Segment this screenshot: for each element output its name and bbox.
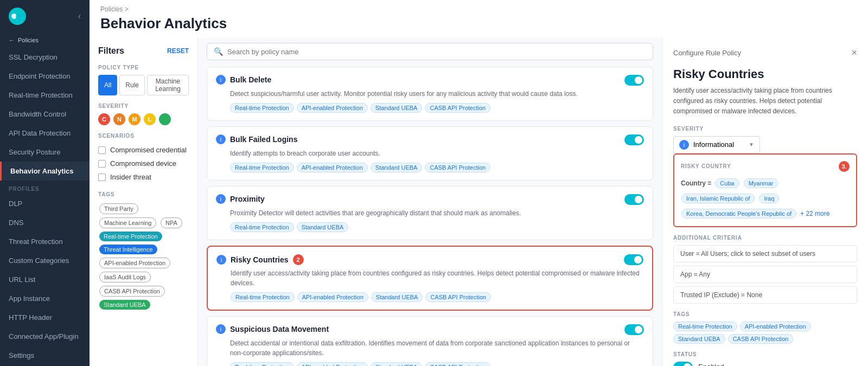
info-icon: i	[216, 134, 226, 144]
severity-section-label: SEVERITY	[673, 126, 857, 132]
status-row: Enabled	[673, 362, 857, 366]
tag-threat-intel[interactable]: Threat Intelligence	[99, 245, 157, 254]
sidebar-item-connected[interactable]: Connected App/Plugin	[0, 327, 90, 346]
all-policy-btn[interactable]: All	[98, 75, 117, 95]
country-cuba: Cuba	[715, 178, 739, 188]
country-row: Country = Cuba Myanmar Iran, Islamic Rep…	[681, 177, 850, 220]
criteria-app[interactable]: App = Any	[673, 266, 857, 283]
panel-tag-1: API-enabled Protection	[740, 322, 811, 331]
severity-dots: C N M L	[98, 113, 189, 125]
ptag-3: CASB API Protection	[425, 292, 491, 302]
policy-name: Proximity	[230, 195, 265, 203]
policy-card-proximity: i Proximity Proximity Detector will dete…	[207, 186, 653, 240]
content-area: Filters RESET POLICY TYPE All Rule Machi…	[90, 37, 868, 366]
policy-card-suspicious: i Suspicious Data Movement Detect accide…	[207, 316, 653, 366]
sidebar-item-ssl[interactable]: SSL Decryption	[0, 48, 90, 67]
criteria-trusted-ip[interactable]: Trusted IP (Exclude) = None	[673, 286, 857, 304]
ptag-1: API-enabled Protection	[297, 292, 368, 302]
severity-critical-dot[interactable]: C	[98, 113, 110, 125]
sidebar-item-http[interactable]: HTTP Header	[0, 308, 90, 327]
ptag-1: API-enabled Protection	[297, 163, 368, 172]
policy-name-row: i Suspicious Data Movement	[216, 324, 329, 334]
scenario-insider[interactable]: Insider threat	[98, 170, 189, 184]
severity-negative-dot[interactable]: N	[113, 113, 125, 125]
severity-low-dot[interactable]: L	[144, 113, 156, 125]
sidebar-item-bandwidth[interactable]: Bandwidth Control	[0, 105, 90, 124]
sidebar-item-dns[interactable]: DNS	[0, 213, 90, 232]
policy-toggle[interactable]	[624, 75, 644, 86]
country-korea: Korea, Democratic People's Republic of	[681, 209, 796, 219]
policy-card-bulk-delete: i Bulk Delete Detect suspicious/harmful …	[207, 67, 653, 121]
rule-policy-btn[interactable]: Rule	[119, 75, 145, 95]
ptag-3: CASB API Protection	[425, 362, 490, 366]
policy-toggle[interactable]	[624, 324, 644, 335]
panel-configure-label: Configure Rule Policy	[673, 49, 741, 57]
status-toggle[interactable]	[673, 362, 693, 366]
ptag-1: API-enabled Protection	[297, 103, 368, 113]
sidebar-item-custom[interactable]: Custom Categories	[0, 251, 90, 270]
policy-description: Identify user access/activity taking pla…	[231, 268, 643, 288]
ml-policy-btn[interactable]: Machine Learning	[147, 75, 189, 95]
policy-name-row: i Proximity	[216, 194, 265, 204]
search-bar[interactable]: 🔍	[207, 43, 653, 60]
sidebar: ‹ ← Policies SSL Decryption Endpoint Pro…	[0, 0, 90, 366]
sidebar-item-api[interactable]: API Data Protection	[0, 124, 90, 143]
info-icon: i	[216, 255, 226, 265]
policy-name-row: i Bulk Failed Logins	[216, 134, 297, 144]
ptag-0: Real-time Protection	[231, 292, 295, 302]
sidebar-item-behavior[interactable]: Behavior Analytics	[0, 162, 90, 181]
panel-header: Configure Rule Policy ×	[673, 47, 857, 59]
search-input[interactable]	[227, 48, 646, 56]
checkbox-compromised-cred[interactable]	[98, 146, 106, 154]
tag-casb[interactable]: CASB API Protection	[99, 286, 165, 297]
reset-button[interactable]: RESET	[167, 47, 189, 55]
severity-medium-dot[interactable]: M	[129, 113, 141, 125]
scenarios-label: SCENARIOS	[98, 133, 189, 139]
sidebar-item-url[interactable]: URL List	[0, 270, 90, 289]
sidebar-item-security[interactable]: Security Posture	[0, 143, 90, 162]
tag-api-enabled[interactable]: API-enabled Protection	[99, 258, 170, 268]
back-to-policies-button[interactable]: ← Policies	[0, 33, 90, 48]
severity-filter-label: SEVERITY	[98, 103, 189, 109]
sidebar-item-settings[interactable]: Settings	[0, 346, 90, 365]
tag-third-party[interactable]: Third Party	[99, 203, 138, 214]
scenario-compromised-cred[interactable]: Compromised credential	[98, 143, 189, 157]
tag-standard-ueba[interactable]: Standard UEBA	[99, 300, 150, 310]
panel-main-title: Risky Countries	[673, 67, 857, 81]
close-panel-button[interactable]: ×	[851, 47, 857, 59]
severity-good-dot[interactable]	[159, 113, 171, 125]
tag-realtime[interactable]: Real-time Protection	[99, 232, 162, 241]
search-icon: 🔍	[214, 47, 223, 56]
ptag-1: API-enabled Protection	[297, 362, 368, 366]
tag-npa[interactable]: NPA	[161, 217, 182, 228]
severity-dropdown[interactable]: i Informational ▼	[673, 136, 760, 153]
step2-badge: 2	[293, 254, 304, 265]
sidebar-item-realtime[interactable]: Real-time Protection	[0, 86, 90, 105]
policy-toggle[interactable]	[624, 254, 643, 265]
more-countries-link[interactable]: + 22 more	[800, 210, 829, 217]
scenario-compromised-dev[interactable]: Compromised device	[98, 157, 189, 170]
country-myanmar: Myanmar	[744, 178, 778, 188]
policy-toggle[interactable]	[624, 134, 644, 145]
tag-iaas[interactable]: IaaS Audit Logs	[99, 272, 151, 282]
collapse-sidebar-button[interactable]: ‹	[78, 11, 81, 21]
sidebar-item-dlp[interactable]: DLP	[0, 194, 90, 213]
checkbox-compromised-dev[interactable]	[98, 160, 106, 168]
policy-header: i Proximity	[216, 194, 644, 205]
policy-header: i Suspicious Data Movement	[216, 324, 644, 335]
sidebar-item-threat[interactable]: Threat Protection	[0, 232, 90, 251]
step3-badge: 3.	[839, 161, 850, 172]
profiles-section-label: PROFILES	[0, 181, 90, 194]
app-logo-icon	[9, 8, 26, 25]
sidebar-item-app[interactable]: App Instance	[0, 289, 90, 308]
panel-tag-2: Standard UEBA	[673, 334, 725, 344]
tag-ml[interactable]: Machine Learning	[99, 217, 156, 228]
checkbox-insider[interactable]	[98, 174, 106, 181]
policy-toggle[interactable]	[624, 194, 644, 205]
ptag-0: Real-time Protection	[230, 362, 294, 366]
country-iran: Iran, Islamic Republic of	[681, 194, 755, 203]
filters-header: Filters RESET	[98, 46, 189, 56]
criteria-user[interactable]: User = All Users; click to select subset…	[673, 245, 857, 262]
sidebar-item-endpoint[interactable]: Endpoint Protection	[0, 67, 90, 86]
ptag-3: CASB API Protection	[425, 103, 490, 113]
